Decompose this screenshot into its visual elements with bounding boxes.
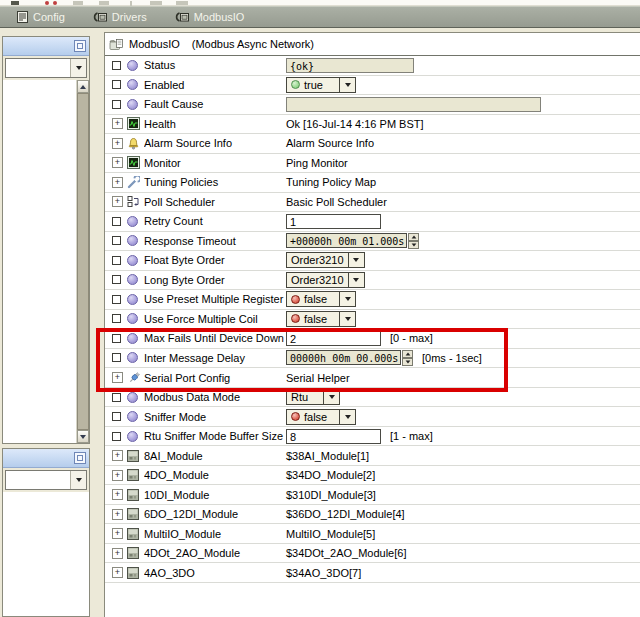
property-value: $34DOt_2AO_Module[6] (286, 547, 406, 559)
chevron-down-icon[interactable] (70, 59, 86, 77)
expand-icon[interactable] (112, 548, 123, 559)
panel-combobox[interactable] (5, 470, 87, 490)
toolbar-fragment (176, 1, 188, 5)
property-label: Monitor (144, 157, 286, 169)
expand-icon[interactable] (112, 157, 123, 168)
expand-icon[interactable] (112, 177, 123, 188)
property-value-area: Rtu (286, 389, 340, 405)
tab-config[interactable]: Config (17, 11, 65, 23)
value-field[interactable]: {ok} (286, 58, 414, 73)
dropdown-modbus-data-mode[interactable]: Rtu (286, 389, 340, 405)
panel-combobox[interactable] (5, 58, 87, 78)
row-checkbox[interactable] (112, 80, 121, 89)
property-value-area: 1 (286, 214, 381, 229)
property-orb-icon (127, 274, 138, 285)
value-field[interactable]: 2 (286, 331, 381, 346)
row-checkbox[interactable] (112, 217, 121, 226)
toolbar-fragment (150, 1, 162, 5)
expand-icon[interactable] (112, 196, 123, 207)
row-checkbox[interactable] (112, 432, 121, 441)
spinner-up-button[interactable] (408, 233, 419, 241)
property-orb-icon (127, 333, 138, 344)
dropdown-arrow-icon[interactable] (339, 292, 355, 306)
value-field[interactable]: +00000h 00m 01.000s (286, 233, 407, 248)
expand-icon[interactable] (112, 118, 123, 129)
dropdown-arrow-icon[interactable] (348, 253, 364, 267)
driver-network-icon (93, 11, 107, 23)
scroll-up-button[interactable] (77, 80, 89, 93)
expand-icon[interactable] (112, 450, 123, 461)
panel-titlebar (3, 37, 89, 56)
dropdown-arrow-icon[interactable] (339, 410, 355, 424)
expand-icon[interactable] (112, 567, 123, 578)
expand-icon[interactable] (112, 372, 123, 383)
expand-icon[interactable] (112, 528, 123, 539)
value-field[interactable]: 00000h 00m 00.000s (286, 350, 401, 365)
property-orb-icon (127, 60, 138, 71)
row-checkbox[interactable] (112, 295, 121, 304)
panel-list[interactable] (3, 492, 89, 616)
toolbar-fragment (11, 1, 19, 5)
property-orb-icon (127, 431, 138, 442)
combobox-value (6, 59, 70, 77)
dropdown-long-byte-order[interactable]: Order3210 (286, 272, 365, 288)
sidebar-panel-bottom (2, 448, 90, 617)
row-checkbox[interactable] (112, 334, 121, 343)
property-value-area: false (286, 311, 356, 327)
tab-label: Config (33, 11, 65, 23)
property-row-monitor: MonitorPing Monitor (105, 154, 640, 174)
row-checkbox[interactable] (112, 236, 121, 245)
station-config-icon (17, 11, 28, 23)
value-field[interactable]: 1 (286, 214, 381, 229)
property-value-area (286, 97, 541, 112)
scroll-thumb[interactable] (77, 93, 89, 430)
row-checkbox[interactable] (112, 100, 121, 109)
module-icon (127, 567, 139, 579)
row-checkbox[interactable] (112, 353, 121, 362)
property-label: Modbus Data Mode (144, 391, 286, 403)
dropdown-sniffer-mode[interactable]: false (286, 409, 356, 425)
dropdown-use-force-multiple-coil[interactable]: false (286, 311, 356, 327)
dropdown-float-byte-order[interactable]: Order3210 (286, 252, 365, 268)
row-checkbox[interactable] (112, 393, 121, 402)
tab-drivers[interactable]: Drivers (93, 11, 147, 23)
spinner-up-button[interactable] (402, 350, 413, 358)
row-checkbox[interactable] (112, 256, 121, 265)
property-row-rtu-sniffer-mode-buffer-size: Rtu Sniffer Mode Buffer Size8[1 - max] (105, 427, 640, 447)
spinner-down-button[interactable] (402, 358, 413, 366)
value-field[interactable] (286, 97, 541, 112)
panel-maximize-button[interactable] (74, 40, 86, 52)
toolbar-fragment (45, 1, 49, 5)
panel-list[interactable] (3, 80, 89, 443)
chevron-down-icon[interactable] (70, 471, 86, 489)
property-label: Long Byte Order (144, 274, 286, 286)
dropdown-arrow-icon[interactable] (339, 312, 355, 326)
row-checkbox[interactable] (112, 275, 121, 284)
scroll-down-button[interactable] (77, 430, 89, 443)
panel-maximize-button[interactable] (74, 452, 86, 464)
expand-icon[interactable] (112, 470, 123, 481)
dropdown-use-preset-multiple-register[interactable]: false (286, 291, 356, 307)
expand-icon[interactable] (112, 489, 123, 500)
dropdown-enabled[interactable]: true (286, 77, 356, 93)
dropdown-arrow-icon[interactable] (323, 390, 339, 404)
module-icon (127, 450, 139, 462)
property-row-enabled: Enabledtrue (105, 76, 640, 96)
panel-titlebar (3, 449, 89, 468)
dropdown-arrow-icon[interactable] (348, 273, 364, 287)
wrench-icon (127, 176, 140, 189)
serial-plug-icon (127, 371, 141, 385)
spinner-down-button[interactable] (408, 241, 419, 249)
property-value-area: $34AO_3DO[7] (286, 567, 361, 579)
value-field[interactable]: 8 (286, 429, 381, 444)
expand-icon[interactable] (112, 138, 123, 149)
row-checkbox[interactable] (112, 314, 121, 323)
sidebar-scrollbar[interactable] (76, 80, 89, 443)
property-value: $36DO_12DI_Module[4] (286, 508, 405, 520)
row-checkbox[interactable] (112, 412, 121, 421)
dropdown-arrow-icon[interactable] (339, 78, 355, 92)
tab-modbusio[interactable]: ModbusIO (175, 11, 245, 23)
expand-icon[interactable] (112, 509, 123, 520)
row-checkbox[interactable] (112, 61, 121, 70)
property-label: 6DO_12DI_Module (144, 508, 286, 520)
